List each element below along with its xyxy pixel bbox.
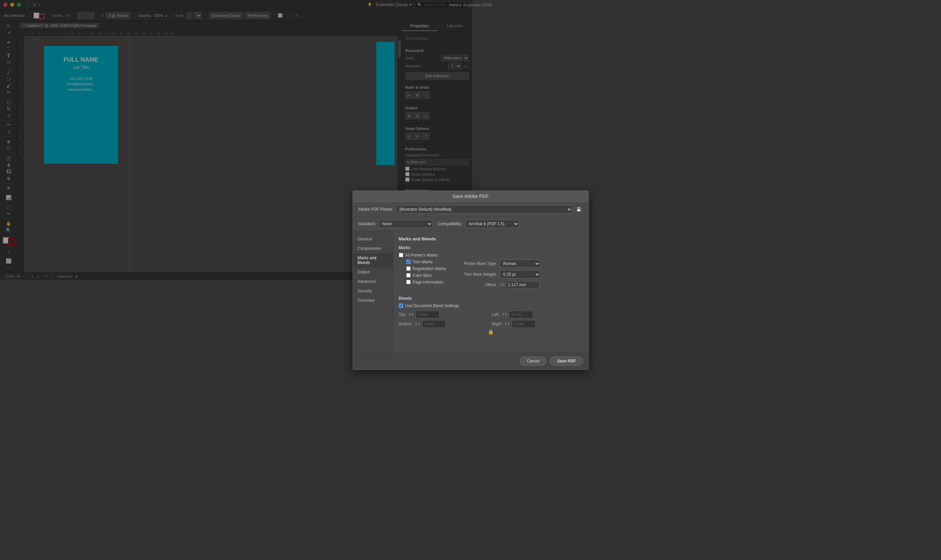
compatibility-label: Compatibility:	[438, 222, 462, 226]
modal-content: Marks and Bleeds Marks All Printer's Mar…	[393, 231, 473, 280]
trim-marks-label: Trim Marks	[413, 260, 433, 264]
save-pdf-modal: Save Adobe PDF Adobe PDF Preset: [Illust…	[353, 191, 473, 280]
marks-bleeds-title: Marks and Bleeds	[399, 236, 473, 242]
registration-marks-row: Registration Marks	[399, 266, 446, 271]
marks-fields: Printer Mark Type: Roman Trim Mark Weigh…	[453, 260, 472, 280]
color-bars-checkbox[interactable]	[406, 273, 410, 277]
trim-marks-row: Trim Marks	[399, 260, 446, 264]
color-bars-label: Color Bars	[413, 273, 432, 278]
printer-mark-type-row: Printer Mark Type: Roman	[453, 260, 472, 268]
printer-mark-type-label: Printer Mark Type:	[453, 261, 472, 266]
modal-body: General Compression Marks and Bleeds Out…	[353, 231, 473, 280]
registration-marks-checkbox[interactable]	[406, 266, 410, 271]
modal-title: Save Adobe PDF	[353, 191, 473, 202]
registration-marks-label: Registration Marks	[413, 266, 446, 271]
preset-label: Adobe PDF Preset:	[358, 207, 393, 212]
compatibility-item: Compatibility: Acrobat 6 (PDF 1.5)	[438, 220, 472, 228]
nav-marks-bleeds[interactable]: Marks and Bleeds	[353, 253, 393, 267]
nav-compression[interactable]: Compression	[353, 244, 393, 253]
all-printers-marks-checkbox[interactable]	[399, 253, 403, 257]
modal-preset-row: Adobe PDF Preset: [Illustrator Default] …	[353, 202, 473, 217]
marks-checkboxes: Trim Marks Registration Marks Color Bars	[399, 260, 446, 280]
preset-select[interactable]: [Illustrator Default] (Modified)	[396, 205, 472, 214]
nav-general[interactable]: General	[353, 234, 393, 244]
trim-mark-weight-label: Trim Mark Weight:	[453, 272, 472, 277]
standard-item: Standard: None	[358, 220, 432, 228]
trim-mark-weight-row: Trim Mark Weight: 0.25 pt	[453, 271, 472, 278]
marks-and-fields: Trim Marks Registration Marks Color Bars	[399, 260, 473, 280]
modal-overlay: Save Adobe PDF Adobe PDF Preset: [Illust…	[0, 0, 472, 280]
nav-output[interactable]: Output	[353, 267, 393, 277]
all-printers-marks-label: All Printer's Marks	[405, 253, 438, 258]
standard-label: Standard:	[358, 222, 376, 226]
color-bars-row: Color Bars	[399, 273, 446, 278]
standard-select[interactable]: None	[379, 220, 432, 228]
compatibility-select[interactable]: Acrobat 6 (PDF 1.5)	[465, 220, 472, 228]
trim-marks-checkbox[interactable]	[406, 260, 410, 264]
modal-nav: General Compression Marks and Bleeds Out…	[353, 231, 393, 280]
all-printers-marks-row: All Printer's Marks	[399, 253, 473, 258]
nav-advanced[interactable]: Advanced	[353, 277, 393, 280]
modal-standard-row: Standard: None Compatibility: Acrobat 6 …	[353, 217, 473, 231]
marks-subtitle: Marks	[399, 245, 473, 250]
